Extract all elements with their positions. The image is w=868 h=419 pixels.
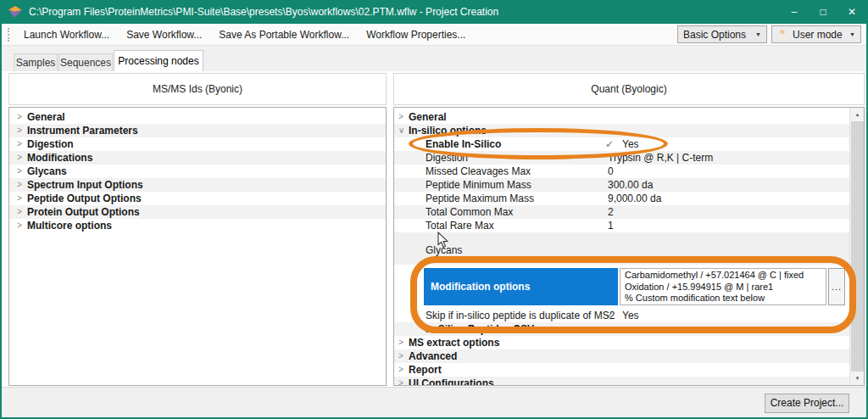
tab-samples[interactable]: Samples: [14, 53, 58, 71]
chevron-right-icon: >: [398, 377, 403, 386]
tree-item-glycans[interactable]: >Glycans: [9, 165, 386, 178]
minimize-button[interactable]: –: [780, 0, 809, 24]
scroll-up-icon[interactable]: ▲: [850, 108, 865, 121]
maximize-button[interactable]: □: [809, 0, 837, 24]
tree-item-ui-configurations[interactable]: >UI Configurations: [394, 377, 864, 386]
tree-item-general[interactable]: >General: [9, 110, 386, 124]
chevron-right-icon: >: [17, 192, 22, 205]
chevron-right-icon: >: [17, 110, 22, 124]
chevron-right-icon: >: [398, 336, 403, 349]
quant-byologic-tree: >General ∨In-silico options Enable In-Si…: [393, 107, 865, 386]
modification-options-more-button[interactable]: ...: [828, 268, 845, 305]
tab-strip: Samples Sequences Processing nodes: [2, 46, 866, 71]
basic-options-dropdown[interactable]: Basic Options ▼: [677, 25, 767, 43]
tab-processing-nodes[interactable]: Processing nodes: [114, 50, 203, 71]
row-modification-options[interactable]: Modification options Carbamidomethyl / +…: [394, 265, 864, 309]
chevron-right-icon: >: [17, 178, 22, 192]
tree-item-general-right[interactable]: >General: [394, 110, 864, 124]
check-icon: ✓: [605, 309, 614, 322]
tree-item-spectrum-input-options[interactable]: >Spectrum Input Options: [9, 178, 386, 192]
row-peptide-minimum-mass[interactable]: Peptide Minimum Mass300.00 da: [394, 178, 864, 192]
tree-item-multicore-options[interactable]: >Multicore options: [9, 219, 386, 232]
save-workflow-button[interactable]: Save Workflow...: [118, 26, 210, 43]
row-digestion[interactable]: DigestionTrypsin @ R,K | C-term: [394, 151, 864, 165]
chevron-right-icon: >: [398, 349, 403, 363]
modification-line: % Custom modification text below: [625, 293, 821, 304]
tree-item-protein-output-options[interactable]: >Protein Output Options: [9, 205, 386, 219]
left-panel-header: MS/MS Ids (Byonic): [8, 73, 387, 105]
scroll-down-icon[interactable]: ▼: [850, 372, 865, 385]
chevron-down-icon: ▼: [755, 31, 761, 37]
row-total-common-max[interactable]: Total Common Max2: [394, 205, 864, 219]
chevron-right-icon: >: [17, 205, 22, 219]
tree-item-report[interactable]: >Report: [394, 363, 864, 377]
user-icon: [777, 29, 787, 40]
vertical-scrollbar[interactable]: ▲ ▼: [849, 108, 864, 385]
row-in-silico-peptides-csv[interactable]: In-Silico Peptides CSV: [394, 322, 864, 336]
row-enable-in-silico[interactable]: Enable In-Silico✓Yes: [394, 137, 864, 151]
user-mode-dropdown[interactable]: User mode ▼: [771, 25, 861, 43]
create-project-button[interactable]: Create Project...: [765, 394, 849, 413]
chevron-right-icon: >: [398, 363, 403, 377]
scrollbar-thumb[interactable]: [851, 121, 864, 372]
workflow-properties-button[interactable]: Workflow Properties...: [358, 26, 474, 43]
chevron-right-icon: >: [17, 219, 22, 232]
row-peptide-maximum-mass[interactable]: Peptide Maximum Mass9,000.00 da: [394, 192, 864, 205]
toolbar-grip-handle[interactable]: [8, 28, 9, 42]
tree-item-modifications[interactable]: >Modifications: [9, 151, 386, 165]
chevron-down-icon: ∨: [398, 124, 404, 137]
check-icon: ✓: [605, 137, 614, 151]
user-mode-label: User mode: [793, 29, 843, 41]
modification-options-selected-cell[interactable]: Modification options: [424, 268, 618, 305]
chevron-down-icon: ▼: [849, 31, 855, 37]
titlebar: C:\Program Files\ProteinMetrics\PMI-Suit…: [2, 0, 866, 24]
toolbar: Launch Workflow... Save Workflow... Save…: [2, 24, 866, 46]
modification-options-value-field[interactable]: Carbamidomethyl / +57.021464 @ C | fixed…: [620, 268, 826, 305]
launch-workflow-button[interactable]: Launch Workflow...: [15, 26, 118, 43]
project-creation-window: C:\Program Files\ProteinMetrics\PMI-Suit…: [0, 0, 868, 419]
modification-line: Oxidation / +15.994915 @ M | rare1: [625, 282, 821, 293]
row-missed-cleavages-max[interactable]: Missed Cleavages Max0: [394, 165, 864, 178]
row-glycans[interactable]: Glycans: [394, 232, 864, 265]
app-icon: [8, 6, 22, 18]
close-button[interactable]: ✕: [837, 0, 866, 24]
basic-options-label: Basic Options: [683, 29, 746, 41]
tree-item-in-silico-options[interactable]: ∨In-silico options: [394, 124, 864, 137]
tree-item-digestion[interactable]: >Digestion: [9, 137, 386, 151]
msms-ids-tree: >General >Instrument Parameters >Digesti…: [8, 107, 387, 386]
row-total-rare-max[interactable]: Total Rare Max1: [394, 219, 864, 232]
right-panel-header: Quant (Byologic): [393, 73, 865, 105]
tree-item-advanced[interactable]: >Advanced: [394, 349, 864, 363]
chevron-right-icon: >: [398, 110, 403, 124]
row-skip-if-duplicate[interactable]: Skip if in-silico peptide is duplicate o…: [394, 309, 864, 322]
footer-bar: Create Project...: [2, 387, 866, 417]
chevron-right-icon: >: [17, 137, 22, 151]
tree-item-instrument-parameters[interactable]: >Instrument Parameters: [9, 124, 386, 137]
modification-line: Carbamidomethyl / +57.021464 @ C | fixed: [625, 270, 821, 282]
tree-item-peptide-output-options[interactable]: >Peptide Output Options: [9, 192, 386, 205]
chevron-right-icon: >: [17, 124, 22, 137]
window-title: C:\Program Files\ProteinMetrics\PMI-Suit…: [29, 6, 498, 18]
tree-item-ms-extract-options[interactable]: >MS extract options: [394, 336, 864, 349]
chevron-right-icon: >: [17, 165, 22, 178]
chevron-right-icon: >: [17, 151, 22, 165]
content-area: MS/MS Ids (Byonic) Quant (Byologic) >Gen…: [2, 71, 866, 387]
save-as-portable-workflow-button[interactable]: Save As Portable Workflow...: [210, 26, 358, 43]
tab-sequences[interactable]: Sequences: [58, 53, 113, 71]
